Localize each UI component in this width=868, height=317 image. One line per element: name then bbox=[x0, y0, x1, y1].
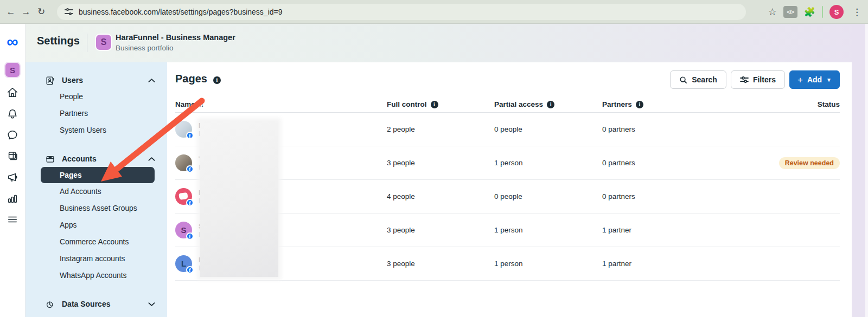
browser-profile-avatar[interactable]: S bbox=[829, 5, 844, 19]
chevron-up-icon[interactable] bbox=[148, 75, 155, 85]
browser-menu-icon[interactable]: ⋮ bbox=[850, 7, 864, 18]
chevron-up-icon[interactable] bbox=[148, 154, 155, 164]
insights-chart-icon[interactable] bbox=[5, 191, 20, 205]
sidebar-item-instagram-accounts[interactable]: Instagram accounts bbox=[25, 250, 167, 267]
sidebar-section-accounts: Accounts Pages Ad Accounts Business Asse… bbox=[25, 151, 167, 284]
partial-access-cell: 1 person bbox=[494, 226, 602, 234]
partners-cell: 0 partners bbox=[602, 125, 731, 133]
column-status: Status bbox=[731, 100, 840, 108]
partners-info-icon[interactable]: i bbox=[636, 101, 643, 108]
pages-info-icon[interactable]: i bbox=[213, 76, 221, 84]
privacy-blur-overlay bbox=[200, 121, 278, 277]
partners-cell: 0 partners bbox=[602, 192, 731, 200]
facebook-badge-icon: f bbox=[186, 165, 194, 173]
page-title: Pages bbox=[175, 73, 207, 85]
sidebar-item-partners[interactable]: Partners bbox=[25, 105, 167, 122]
full-control-cell: 3 people bbox=[387, 226, 494, 234]
sidebar-item-ad-accounts[interactable]: Ad Accounts bbox=[25, 183, 167, 200]
partial-access-cell: 0 people bbox=[494, 192, 602, 200]
full-control-cell: 3 people bbox=[387, 260, 494, 268]
filters-button[interactable]: Filters bbox=[731, 70, 785, 89]
ads-megaphone-icon[interactable] bbox=[5, 170, 20, 184]
sidebar-header-users[interactable]: Users bbox=[25, 72, 167, 88]
sidebar-item-people[interactable]: People bbox=[25, 88, 167, 105]
page-avatar: f bbox=[175, 154, 192, 171]
sidebar-section-data-sources: Data Sources bbox=[25, 296, 167, 312]
devtools-extension-icon[interactable]: </> bbox=[783, 6, 797, 18]
rail-business-avatar[interactable]: S bbox=[4, 62, 21, 78]
forward-icon[interactable]: → bbox=[18, 4, 34, 20]
sidebar-item-commerce-accounts[interactable]: Commerce Accounts bbox=[25, 234, 167, 250]
full-control-cell: 3 people bbox=[387, 159, 494, 167]
caret-down-icon: ▼ bbox=[826, 77, 832, 83]
filters-icon bbox=[740, 76, 749, 83]
back-icon[interactable]: ← bbox=[3, 4, 18, 20]
screen: ← → ↻ business.facebook.com/latest/setti… bbox=[0, 0, 868, 317]
column-partial-access: Partial accessi bbox=[494, 100, 602, 108]
partners-cell: 0 partners bbox=[602, 159, 731, 167]
accounts-box-icon bbox=[45, 154, 56, 164]
address-bar[interactable]: business.facebook.com/latest/settings/pa… bbox=[57, 4, 746, 20]
sidebar-label-accounts: Accounts bbox=[62, 154, 148, 163]
full-control-cell: 4 people bbox=[387, 192, 494, 200]
sidebar-item-system-users[interactable]: System Users bbox=[25, 122, 167, 139]
partners-cell: 1 partner bbox=[602, 260, 731, 268]
search-icon bbox=[679, 76, 687, 84]
scrollbar-track[interactable] bbox=[865, 24, 868, 317]
filters-button-label: Filters bbox=[753, 75, 776, 84]
refresh-icon[interactable]: ↻ bbox=[34, 4, 49, 20]
business-name: HaraFunnel - Business Manager bbox=[116, 33, 235, 42]
extensions-puzzle-icon[interactable]: 🧩 bbox=[804, 7, 815, 18]
header-divider bbox=[87, 34, 87, 52]
sidebar-label-users: Users bbox=[62, 76, 148, 85]
sidebar-item-apps[interactable]: Apps bbox=[25, 217, 167, 234]
partners-cell: 1 partner bbox=[602, 226, 731, 234]
facebook-badge-icon: f bbox=[186, 232, 194, 240]
sidebar-section-users: Users People Partners System Users bbox=[25, 72, 167, 139]
menu-hamburger-icon[interactable] bbox=[5, 212, 20, 227]
full-control-info-icon[interactable]: i bbox=[431, 101, 438, 108]
page-avatar: S f bbox=[175, 222, 192, 238]
settings-sidebar: Users People Partners System Users Accou… bbox=[25, 62, 167, 317]
partial-access-info-icon[interactable]: i bbox=[547, 101, 554, 108]
add-button[interactable]: + Add ▼ bbox=[789, 70, 840, 89]
left-rail: ∞ S bbox=[0, 24, 25, 317]
notifications-bell-icon[interactable] bbox=[5, 107, 20, 121]
sidebar-item-whatsapp-accounts[interactable]: WhatsApp Accounts bbox=[25, 267, 167, 284]
bookmark-star-icon[interactable]: ☆ bbox=[768, 6, 777, 18]
users-id-card-icon bbox=[45, 75, 56, 86]
chevron-down-icon[interactable] bbox=[148, 299, 155, 309]
page-background-strip bbox=[852, 24, 865, 317]
home-icon[interactable] bbox=[5, 86, 20, 100]
sidebar-item-pages[interactable]: Pages bbox=[41, 167, 155, 183]
page-avatar: f bbox=[175, 121, 192, 138]
sort-icon[interactable]: ↑↓ bbox=[199, 101, 203, 108]
search-button-label: Search bbox=[692, 75, 717, 84]
browser-toolbar: ← → ↻ business.facebook.com/latest/setti… bbox=[0, 0, 868, 24]
page-avatar: f bbox=[175, 188, 192, 205]
site-settings-icon[interactable] bbox=[65, 8, 73, 16]
business-subtitle: Business portfolio bbox=[116, 44, 174, 52]
sidebar-header-data-sources[interactable]: Data Sources bbox=[25, 296, 167, 312]
partial-access-cell: 1 person bbox=[494, 159, 602, 167]
url-text[interactable]: business.facebook.com/latest/settings/pa… bbox=[79, 8, 283, 16]
sidebar-header-accounts[interactable]: Accounts bbox=[25, 151, 167, 167]
meta-logo-icon[interactable]: ∞ bbox=[7, 34, 18, 50]
add-button-label: Add bbox=[807, 75, 822, 84]
column-full-control: Full controli bbox=[387, 100, 494, 108]
business-avatar[interactable]: S bbox=[95, 34, 112, 51]
status-badge: Review needed bbox=[779, 157, 840, 169]
data-sources-icon bbox=[45, 299, 56, 309]
partial-access-cell: 0 people bbox=[494, 125, 602, 133]
pages-stack-icon[interactable] bbox=[5, 149, 20, 163]
toolbar-divider bbox=[822, 6, 823, 18]
column-partners: Partnersi bbox=[602, 100, 731, 108]
search-button[interactable]: Search bbox=[670, 70, 726, 89]
column-name[interactable]: Name↑↓ bbox=[175, 100, 387, 108]
messages-chat-icon[interactable] bbox=[5, 128, 20, 142]
facebook-badge-icon: f bbox=[186, 266, 194, 274]
facebook-badge-icon: f bbox=[186, 199, 194, 206]
settings-header: Settings S HaraFunnel - Business Manager… bbox=[25, 24, 868, 62]
settings-title: Settings bbox=[37, 35, 80, 47]
sidebar-item-business-asset-groups[interactable]: Business Asset Groups bbox=[25, 200, 167, 217]
